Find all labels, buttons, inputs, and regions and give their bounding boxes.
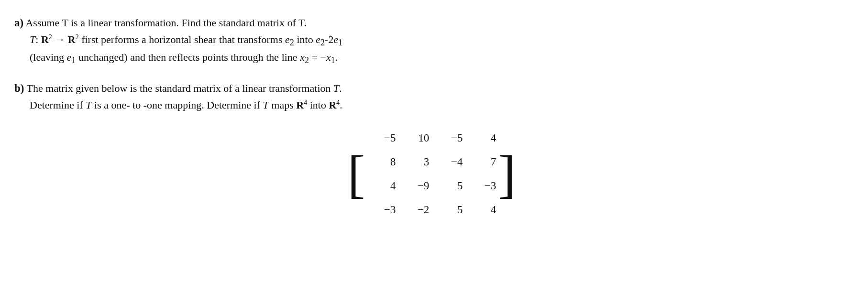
matrix-grid: −5 10 −5 4 8 3 −4 7 4 −9 5 −3 −3 −2 5 4 — [367, 124, 496, 224]
bracket-right: ] — [496, 124, 518, 224]
cell-1-0: 8 — [379, 153, 396, 171]
cell-3-0: −3 — [379, 201, 396, 218]
cell-1-1: 3 — [412, 153, 429, 171]
cell-1-3: 7 — [479, 153, 496, 171]
part-b-line1: b) The matrix given below is the standar… — [14, 80, 849, 97]
cell-0-1: 10 — [412, 130, 429, 147]
cell-0-0: −5 — [379, 130, 396, 147]
cell-1-2: −4 — [446, 153, 463, 171]
part-a-line2: T: R2 → R2 first performs a horizontal s… — [30, 32, 849, 50]
part-b-line1-text: The matrix given below is the standard m… — [27, 82, 342, 94]
t-label: T: R2 → R2 first performs a horizontal s… — [30, 33, 342, 45]
cell-0-2: −5 — [446, 130, 463, 147]
cell-2-3: −3 — [479, 177, 496, 195]
part-a-label: a) — [14, 17, 23, 29]
matrix-bracket-wrap: [ −5 10 −5 4 8 3 −4 7 4 −9 5 −3 −3 −2 — [346, 124, 517, 224]
part-a-line3-text: (leaving e1 unchanged) and then reflects… — [30, 51, 338, 63]
part-b-line2-text: Determine if T is a one- to -one mapping… — [30, 99, 342, 111]
bracket-left: [ — [346, 124, 367, 224]
cell-2-1: −9 — [412, 177, 429, 195]
cell-2-0: 4 — [379, 177, 396, 195]
matrix-container: [ −5 10 −5 4 8 3 −4 7 4 −9 5 −3 −3 −2 — [14, 124, 849, 224]
cell-0-3: 4 — [479, 130, 496, 147]
part-a-line3: (leaving e1 unchanged) and then reflects… — [30, 49, 849, 67]
part-b-line2: Determine if T is a one- to -one mapping… — [30, 97, 849, 113]
cell-3-3: 4 — [479, 201, 496, 218]
part-b: b) The matrix given below is the standar… — [14, 80, 849, 224]
part-a: a) Assume T is a linear transformation. … — [14, 14, 849, 67]
cell-2-2: 5 — [446, 177, 463, 195]
cell-3-2: 5 — [446, 201, 463, 218]
part-a-line1-text: Assume T is a linear transformation. Fin… — [25, 17, 307, 29]
part-b-label: b) — [14, 82, 24, 94]
cell-3-1: −2 — [412, 201, 429, 218]
